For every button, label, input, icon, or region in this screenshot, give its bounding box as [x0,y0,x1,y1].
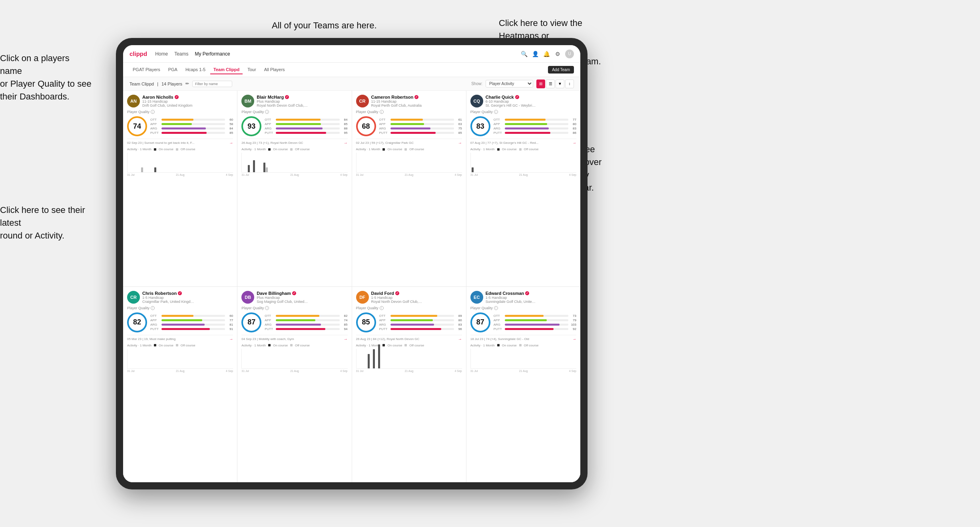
arg-label: ARG [379,127,389,130]
putt-val: 91 [227,327,233,331]
latest-round[interactable]: 02 Sep 23 | Sunset round to get back int… [127,139,233,145]
player-card[interactable]: CR Cameron Robertson ✓ 11-15 Handicap Ro… [352,91,466,286]
latest-round[interactable]: 07 Aug 23 | 77 (+7), St George's Hill GC… [470,139,576,145]
quality-circle[interactable]: 85 [356,312,376,332]
legend-offcourse [519,148,522,151]
player-name[interactable]: Charlie Quick ✓ [486,95,576,99]
edit-icon[interactable]: ✏ [185,81,189,86]
sort-icon[interactable]: ↕ [565,80,574,88]
quality-circle[interactable]: 74 [127,116,147,136]
filter-input[interactable] [192,81,232,87]
chart-label-2: 21 Aug [176,173,185,176]
quality-number: 87 [476,318,484,326]
quality-bars: OTT 60 APP 77 ARG 81 PUTT 91 [150,314,233,331]
quality-circle[interactable]: 93 [241,116,261,136]
activity-chart [241,349,347,369]
nav-link-teams[interactable]: Teams [174,51,188,57]
legend-oncourse [497,344,500,346]
chart-label-3: 4 Sep [340,173,347,176]
latest-round-text: 04 Sep 23 | Mobility with coach, Gym [241,337,294,341]
legend-oncourse-label: On course [502,147,517,151]
bell-icon[interactable]: 🔔 [543,50,550,58]
player-name[interactable]: Edward Crossman ✓ [486,291,576,296]
player-name[interactable]: David Ford ✓ [371,291,462,296]
latest-round-text: 02 Jul 23 | 59 (+17), Craigmillar Park G… [356,141,414,145]
chart-label-1: 31 Jul [356,370,364,372]
chart-labels: 31 Jul 21 Aug 4 Sep [470,370,576,372]
player-name[interactable]: Chris Robertson ✓ [142,291,233,296]
player-card[interactable]: CQ Charlie Quick ✓ 6-10 Handicap St. Geo… [466,91,580,286]
info-icon[interactable]: i [494,110,498,114]
player-name[interactable]: Cameron Robertson ✓ [371,95,462,99]
quality-circle[interactable]: 87 [470,312,490,332]
tab-team-clippd[interactable]: Team Clippd [210,66,243,74]
arg-val: 81 [227,323,233,326]
nav-link-home[interactable]: Home [155,51,168,57]
tab-pgat[interactable]: PGAT Players [129,66,163,74]
tab-pga[interactable]: PGA [165,66,181,74]
quality-circle[interactable]: 83 [470,116,490,136]
ott-label: OTT [494,118,503,121]
player-card[interactable]: BM Blair McHarg ✓ Plus Handicap Royal No… [237,91,351,286]
latest-round[interactable]: 18 Jul 23 | 74 (+4), Sunningdale GC - Ol… [470,335,576,341]
arg-row: ARG 85 [265,323,347,326]
info-icon[interactable]: i [380,306,384,310]
show-select[interactable]: Player Activity Quality Score Trend [486,80,533,88]
info-icon[interactable]: i [265,306,269,310]
quality-label: Player Quality i [241,110,347,114]
ott-row: OTT 77 [494,118,576,121]
latest-round[interactable]: 26 Aug 23 | 84 (+12), Royal North Devon … [356,335,462,341]
filter-icon[interactable]: ▼ [556,80,564,88]
app-row: APP 80 [379,318,462,322]
chart-label-1: 31 Jul [127,370,135,372]
tab-all-players[interactable]: All Players [261,66,288,74]
profile-icon[interactable]: 👤 [532,50,539,58]
tab-hcaps[interactable]: Hcaps 1-5 [182,66,209,74]
latest-round[interactable]: 04 Sep 23 | Mobility with coach, Gym → [241,335,347,341]
quality-bars: OTT 77 APP 80 ARG 83 PUTT 86 [494,118,576,135]
quality-circle[interactable]: 87 [241,312,261,332]
arg-label: ARG [265,323,274,326]
app-label: APP [265,122,274,126]
add-team-button[interactable]: Add Team [548,66,574,74]
user-avatar[interactable]: U [565,50,574,58]
callout-left-top: Click on a players nameor Player Quality… [0,52,92,103]
chart-label-2: 21 Aug [290,370,299,372]
info-icon[interactable]: i [151,306,155,310]
info-icon[interactable]: i [151,110,155,114]
quality-section: 93 OTT 84 APP 85 ARG 88 [241,116,347,136]
quality-circle[interactable]: 68 [356,116,376,136]
player-card[interactable]: AN Aaron Nicholls ✓ 11-15 Handicap Drift… [123,91,237,286]
player-card[interactable]: CR Chris Robertson ✓ 1-5 Handicap Craigm… [123,287,237,483]
search-icon[interactable]: 🔍 [520,50,528,58]
settings-icon[interactable]: ⚙ [554,50,561,58]
player-name[interactable]: Blair McHarg ✓ [257,95,347,99]
activity-chart [127,349,233,369]
player-card[interactable]: EC Edward Crossman ✓ 1-5 Handicap Sunnin… [466,287,580,483]
quality-circle[interactable]: 82 [127,312,147,332]
player-card[interactable]: DF David Ford ✓ 1-5 Handicap Royal North… [352,287,466,483]
info-icon[interactable]: i [265,110,269,114]
tab-tour[interactable]: Tour [244,66,259,74]
ott-row: OTT 60 [150,314,233,318]
list-view-icon[interactable]: ☰ [546,80,555,88]
nav-link-performance[interactable]: My Performance [195,51,230,57]
info-icon[interactable]: i [380,110,384,114]
putt-row: PUTT 85 [150,131,233,135]
arg-label: ARG [379,323,389,326]
latest-round[interactable]: 26 Aug 23 | 73 (+1), Royal North Devon G… [241,139,347,145]
app-label: APP [265,318,274,322]
activity-header: Activity · 1 Month On course Off course [356,147,462,151]
player-avatar: DF [356,291,369,304]
player-name[interactable]: Dave Billingham ✓ [257,291,347,296]
info-icon[interactable]: i [494,306,498,310]
arg-val: 83 [456,323,462,326]
player-card[interactable]: DB Dave Billingham ✓ Plus Handicap Sog M… [237,287,351,483]
putt-row: PUTT 96 [379,327,462,331]
latest-round[interactable]: 05 Mar 23 | 19, Must make putting → [127,335,233,341]
player-name[interactable]: Aaron Nicholls ✓ [142,95,233,99]
grid-view-icon[interactable]: ⊞ [536,80,545,88]
chart-labels: 31 Jul 21 Aug 4 Sep [470,173,576,176]
latest-round[interactable]: 02 Jul 23 | 59 (+17), Craigmillar Park G… [356,139,462,145]
app-val: 79 [570,318,576,322]
